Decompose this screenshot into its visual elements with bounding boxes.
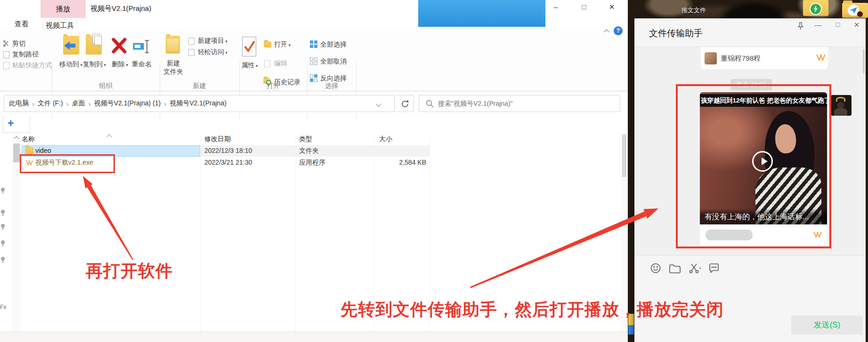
- send-button[interactable]: 发送(S): [791, 316, 863, 334]
- group-label-open: 打开: [239, 82, 307, 90]
- pinned-items-column: [0, 187, 6, 267]
- group-label-organize: 组织: [52, 82, 160, 90]
- new-item-icon: [188, 38, 195, 45]
- channel-avatar: [705, 52, 717, 64]
- breadcrumb-folder-1[interactable]: 视频号V2.1(Prajna) (1): [94, 99, 161, 108]
- pushpin-icon: [1, 188, 4, 194]
- figure-head: [837, 102, 844, 109]
- desktop-icon-plane-app[interactable]: [842, 3, 868, 18]
- rename-button[interactable]: 重命名: [132, 60, 152, 69]
- address-dropdown-icon[interactable]: [376, 101, 381, 106]
- file-date: 2022/12/3 18:10: [204, 147, 252, 154]
- breadcrumb-drive-f[interactable]: 文件 (F:): [38, 99, 63, 108]
- new-tab-button[interactable]: +: [8, 117, 14, 130]
- breadcrumb-separator-icon: ›: [85, 100, 94, 108]
- desktop-icon-green-app[interactable]: [803, 0, 828, 16]
- contextual-tab-play[interactable]: 播放: [41, 0, 86, 18]
- file-name[interactable]: video: [35, 147, 51, 154]
- tab-video-tools[interactable]: 视频工具: [42, 20, 77, 30]
- select-none-button[interactable]: 全部取消: [320, 57, 347, 66]
- open-icon: [264, 41, 271, 48]
- channel-name: 董锦程798程: [721, 54, 761, 63]
- cut-button[interactable]: 剪切: [12, 40, 25, 48]
- file-type: 应用程序: [299, 159, 325, 167]
- screenshot-scissors-icon[interactable]: [689, 262, 702, 274]
- properties-button[interactable]: 属性: [241, 61, 258, 70]
- rename-icon: [133, 40, 151, 56]
- breadcrumb-desktop[interactable]: 桌面: [72, 99, 85, 108]
- scrollbar-thumb[interactable]: [13, 143, 20, 162]
- side-panel-label: Fx: [0, 304, 6, 310]
- file-size: 2,584 KB: [348, 159, 426, 166]
- select-none-icon: [310, 57, 317, 67]
- scrollbar-thumb[interactable]: [622, 135, 626, 177]
- properties-icon: [242, 37, 256, 56]
- green-app-icon: [810, 3, 822, 15]
- move-to-icon: [63, 36, 80, 56]
- breadcrumb-separator-icon: ›: [161, 100, 170, 108]
- chat-scrollbar-thumb[interactable]: [863, 49, 865, 73]
- address-bar[interactable]: 此电脑› 文件 (F:)› 桌面› 视频号V2.1(Prajna) (1)› 视…: [4, 95, 395, 112]
- breadcrumb-folder-2[interactable]: 视频号V2.1(Prajna): [170, 99, 227, 108]
- annotation-open-software: 再打开软件: [86, 260, 173, 283]
- chat-title: 文件传输助手: [649, 27, 703, 40]
- annotation-transfer-hint: 先转到文件传输助手，然后打开播放，播放完关闭: [341, 298, 724, 321]
- maximize-button[interactable]: □: [574, 0, 594, 14]
- folder-icon: [25, 147, 33, 154]
- paste-shortcut-button[interactable]: 粘贴快捷方式: [12, 61, 52, 70]
- refresh-button[interactable]: [396, 95, 414, 112]
- column-header-date[interactable]: 修改日期: [204, 135, 231, 143]
- copy-path-button[interactable]: 复制路径: [12, 50, 39, 59]
- column-header-size[interactable]: 大小: [379, 135, 392, 143]
- easy-access-icon: [188, 49, 195, 56]
- paste-shortcut-icon: [3, 62, 9, 69]
- breadcrumb-separator-icon: ›: [29, 100, 38, 108]
- column-header-type[interactable]: 类型: [299, 135, 312, 143]
- minimize-button[interactable]: –: [545, 0, 566, 14]
- easy-access-button[interactable]: 轻松访问: [198, 48, 227, 56]
- window-title: 视频号V2.1(Prajna): [90, 4, 151, 13]
- new-folder-button-line2[interactable]: 文件夹: [162, 68, 185, 76]
- select-all-icon: [310, 40, 317, 50]
- pin-icon[interactable]: [797, 22, 804, 31]
- desktop-folder-label: 推文文件: [681, 6, 706, 15]
- screen: 推文文件 播放 视频号V2.1(Prajna) – □ ✕ 查看 视频工具: [0, 0, 868, 342]
- close-button[interactable]: ✕: [601, 0, 622, 14]
- file-type: 文件夹: [299, 147, 319, 155]
- ribbon: 剪切 复制路径 粘贴快捷方式 移动到 复制到 删除: [0, 30, 628, 91]
- file-date: 2022/3/21 21:30: [204, 159, 252, 166]
- select-all-button[interactable]: 全部选择: [320, 40, 347, 49]
- minimize-button[interactable]: —: [812, 21, 824, 29]
- send-file-icon[interactable]: [669, 263, 681, 274]
- open-button[interactable]: 打开: [274, 40, 291, 49]
- user-avatar[interactable]: [831, 95, 852, 116]
- tab-view[interactable]: 查看: [15, 20, 29, 29]
- delete-button[interactable]: 删除: [112, 60, 128, 69]
- help-icon[interactable]: ?: [614, 26, 623, 35]
- new-item-button[interactable]: 新建项目: [198, 37, 227, 45]
- figure-body: [834, 108, 847, 116]
- breadcrumb-this-pc[interactable]: 此电脑: [9, 99, 29, 108]
- chat-history-icon[interactable]: [708, 263, 720, 274]
- sort-ascending-icon: [106, 134, 112, 139]
- group-label-select: 选择: [307, 82, 356, 90]
- maximize-button[interactable]: □: [832, 21, 844, 28]
- scissors-icon: [3, 40, 10, 49]
- emoji-icon[interactable]: [650, 262, 661, 274]
- halo-shape: [836, 97, 845, 102]
- search-input[interactable]: [438, 98, 612, 109]
- move-to-button[interactable]: 移动到: [59, 60, 82, 69]
- scroll-up-icon[interactable]: [14, 136, 19, 141]
- column-header-name[interactable]: 名称: [22, 135, 35, 143]
- previous-video-message[interactable]: 董锦程798程: [701, 47, 828, 69]
- new-folder-button-line1[interactable]: 新建: [162, 59, 185, 68]
- search-box[interactable]: [419, 95, 620, 112]
- edit-button[interactable]: 编辑: [274, 59, 287, 68]
- small-badge-icon: [857, 11, 863, 17]
- copy-to-button[interactable]: 复制到: [83, 60, 106, 69]
- group-label-new: 新建: [160, 82, 239, 90]
- status-bar: [0, 332, 628, 342]
- close-button[interactable]: ✕: [851, 21, 862, 29]
- search-icon: [426, 100, 434, 108]
- annotation-box-video: [676, 84, 831, 248]
